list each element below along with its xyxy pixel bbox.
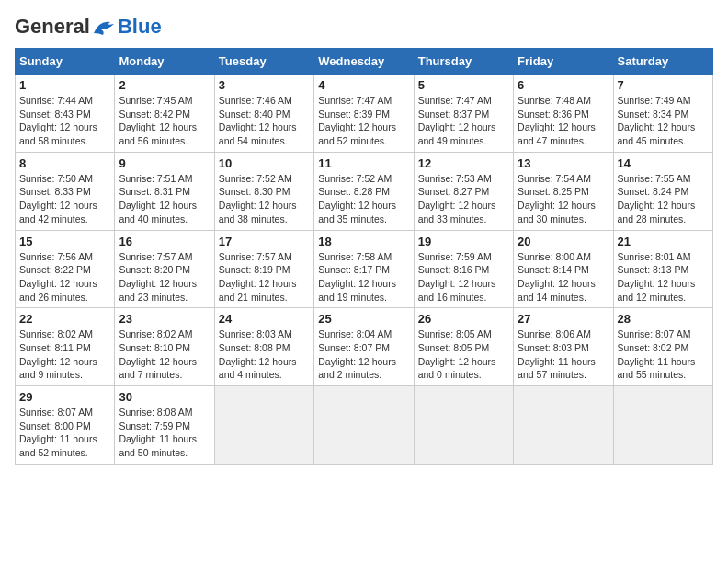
calendar-cell [613, 386, 712, 465]
calendar-cell: 17Sunrise: 7:57 AMSunset: 8:19 PMDayligh… [214, 230, 313, 308]
day-info: Sunrise: 7:54 AMSunset: 8:25 PMDaylight:… [518, 172, 609, 226]
day-info: Sunrise: 8:00 AMSunset: 8:14 PMDaylight:… [518, 250, 609, 304]
day-number: 28 [618, 312, 709, 326]
day-info: Sunrise: 7:46 AMSunset: 8:40 PMDaylight:… [219, 94, 310, 148]
calendar-cell: 22Sunrise: 8:02 AMSunset: 8:11 PMDayligh… [16, 308, 115, 386]
day-number: 21 [618, 235, 709, 248]
day-number: 7 [618, 78, 709, 92]
day-info: Sunrise: 8:07 AMSunset: 8:00 PMDaylight:… [19, 406, 110, 460]
day-number: 15 [19, 235, 110, 248]
day-info: Sunrise: 8:02 AMSunset: 8:11 PMDaylight:… [19, 327, 110, 382]
day-info: Sunrise: 7:55 AMSunset: 8:24 PMDaylight:… [618, 172, 709, 226]
day-info: Sunrise: 7:56 AMSunset: 8:22 PMDaylight:… [19, 250, 110, 304]
calendar-body: 1Sunrise: 7:44 AMSunset: 8:43 PMDaylight… [16, 75, 713, 465]
calendar-cell: 8Sunrise: 7:50 AMSunset: 8:33 PMDaylight… [16, 152, 115, 230]
calendar-cell: 5Sunrise: 7:47 AMSunset: 8:37 PMDaylight… [414, 75, 513, 153]
calendar-cell [214, 386, 313, 465]
day-number: 23 [119, 312, 210, 326]
day-info: Sunrise: 7:48 AMSunset: 8:36 PMDaylight:… [518, 94, 609, 148]
day-info: Sunrise: 7:49 AMSunset: 8:34 PMDaylight:… [618, 94, 709, 148]
calendar-cell: 23Sunrise: 8:02 AMSunset: 8:10 PMDayligh… [115, 308, 214, 386]
day-number: 20 [518, 235, 609, 248]
calendar-cell: 21Sunrise: 8:01 AMSunset: 8:13 PMDayligh… [613, 230, 712, 308]
day-info: Sunrise: 7:52 AMSunset: 8:30 PMDaylight:… [219, 172, 310, 226]
day-info: Sunrise: 8:06 AMSunset: 8:03 PMDaylight:… [518, 327, 609, 382]
day-number: 14 [618, 156, 709, 170]
header-cell-thursday: Thursday [414, 49, 513, 75]
day-info: Sunrise: 7:57 AMSunset: 8:20 PMDaylight:… [119, 250, 210, 304]
day-info: Sunrise: 7:50 AMSunset: 8:33 PMDaylight:… [19, 172, 110, 226]
calendar-cell: 3Sunrise: 7:46 AMSunset: 8:40 PMDaylight… [214, 75, 313, 153]
day-info: Sunrise: 7:47 AMSunset: 8:39 PMDaylight:… [318, 94, 409, 148]
day-info: Sunrise: 8:02 AMSunset: 8:10 PMDaylight:… [119, 327, 210, 382]
week-row-5: 29Sunrise: 8:07 AMSunset: 8:00 PMDayligh… [16, 386, 713, 465]
calendar-cell: 20Sunrise: 8:00 AMSunset: 8:14 PMDayligh… [514, 230, 613, 308]
day-number: 10 [219, 156, 310, 170]
calendar-cell: 24Sunrise: 8:03 AMSunset: 8:08 PMDayligh… [214, 308, 313, 386]
calendar-cell: 11Sunrise: 7:52 AMSunset: 8:28 PMDayligh… [314, 152, 414, 230]
day-info: Sunrise: 7:52 AMSunset: 8:28 PMDaylight:… [318, 172, 409, 226]
day-number: 2 [119, 78, 210, 92]
day-number: 11 [318, 156, 409, 170]
day-info: Sunrise: 8:01 AMSunset: 8:13 PMDaylight:… [618, 250, 709, 304]
day-number: 26 [418, 312, 509, 326]
week-row-1: 1Sunrise: 7:44 AMSunset: 8:43 PMDaylight… [16, 75, 713, 153]
calendar-cell: 2Sunrise: 7:45 AMSunset: 8:42 PMDaylight… [115, 75, 214, 153]
logo-general-text: General [15, 15, 90, 39]
calendar-cell: 9Sunrise: 7:51 AMSunset: 8:31 PMDaylight… [115, 152, 214, 230]
day-number: 6 [518, 78, 609, 92]
calendar-cell: 12Sunrise: 7:53 AMSunset: 8:27 PMDayligh… [414, 152, 513, 230]
calendar-cell: 4Sunrise: 7:47 AMSunset: 8:39 PMDaylight… [314, 75, 414, 153]
header-cell-wednesday: Wednesday [314, 49, 414, 75]
calendar-cell: 27Sunrise: 8:06 AMSunset: 8:03 PMDayligh… [514, 308, 613, 386]
header-cell-sunday: Sunday [16, 49, 115, 75]
calendar-cell: 13Sunrise: 7:54 AMSunset: 8:25 PMDayligh… [514, 152, 613, 230]
day-number: 24 [219, 312, 310, 326]
calendar-cell: 18Sunrise: 7:58 AMSunset: 8:17 PMDayligh… [314, 230, 414, 308]
day-number: 8 [19, 156, 110, 170]
week-row-2: 8Sunrise: 7:50 AMSunset: 8:33 PMDaylight… [16, 152, 713, 230]
calendar-cell [414, 386, 513, 465]
day-info: Sunrise: 7:59 AMSunset: 8:16 PMDaylight:… [418, 250, 509, 304]
calendar-cell: 10Sunrise: 7:52 AMSunset: 8:30 PMDayligh… [214, 152, 313, 230]
calendar-table: SundayMondayTuesdayWednesdayThursdayFrid… [15, 48, 713, 465]
day-number: 13 [518, 156, 609, 170]
header-cell-tuesday: Tuesday [214, 49, 313, 75]
calendar-cell: 6Sunrise: 7:48 AMSunset: 8:36 PMDaylight… [514, 75, 613, 153]
day-number: 19 [418, 235, 509, 248]
header-row: SundayMondayTuesdayWednesdayThursdayFrid… [16, 49, 713, 75]
day-info: Sunrise: 8:08 AMSunset: 7:59 PMDaylight:… [119, 406, 210, 460]
calendar-cell: 14Sunrise: 7:55 AMSunset: 8:24 PMDayligh… [613, 152, 712, 230]
day-number: 29 [19, 390, 110, 404]
day-info: Sunrise: 7:53 AMSunset: 8:27 PMDaylight:… [418, 172, 509, 226]
day-number: 30 [119, 390, 210, 404]
day-info: Sunrise: 7:45 AMSunset: 8:42 PMDaylight:… [119, 94, 210, 148]
day-number: 1 [19, 78, 110, 92]
day-number: 5 [418, 78, 509, 92]
day-number: 25 [318, 312, 409, 326]
calendar-cell: 15Sunrise: 7:56 AMSunset: 8:22 PMDayligh… [16, 230, 115, 308]
page-header: General Blue [15, 15, 713, 39]
day-info: Sunrise: 7:47 AMSunset: 8:37 PMDaylight:… [418, 94, 509, 148]
calendar-cell: 29Sunrise: 8:07 AMSunset: 8:00 PMDayligh… [16, 386, 115, 465]
calendar-cell [514, 386, 613, 465]
calendar-cell: 30Sunrise: 8:08 AMSunset: 7:59 PMDayligh… [115, 386, 214, 465]
day-info: Sunrise: 7:58 AMSunset: 8:17 PMDaylight:… [318, 250, 409, 304]
calendar-cell: 7Sunrise: 7:49 AMSunset: 8:34 PMDaylight… [613, 75, 712, 153]
header-cell-friday: Friday [514, 49, 613, 75]
day-number: 22 [19, 312, 110, 326]
day-info: Sunrise: 7:44 AMSunset: 8:43 PMDaylight:… [19, 94, 110, 148]
day-number: 16 [119, 235, 210, 248]
day-number: 9 [119, 156, 210, 170]
day-number: 17 [219, 235, 310, 248]
header-cell-monday: Monday [115, 49, 214, 75]
week-row-4: 22Sunrise: 8:02 AMSunset: 8:11 PMDayligh… [16, 308, 713, 386]
day-info: Sunrise: 7:51 AMSunset: 8:31 PMDaylight:… [119, 172, 210, 226]
calendar-cell [314, 386, 414, 465]
day-number: 4 [318, 78, 409, 92]
header-cell-saturday: Saturday [613, 49, 712, 75]
day-info: Sunrise: 8:04 AMSunset: 8:07 PMDaylight:… [318, 327, 409, 382]
day-info: Sunrise: 7:57 AMSunset: 8:19 PMDaylight:… [219, 250, 310, 304]
day-info: Sunrise: 8:07 AMSunset: 8:02 PMDaylight:… [618, 327, 709, 382]
calendar-cell: 28Sunrise: 8:07 AMSunset: 8:02 PMDayligh… [613, 308, 712, 386]
